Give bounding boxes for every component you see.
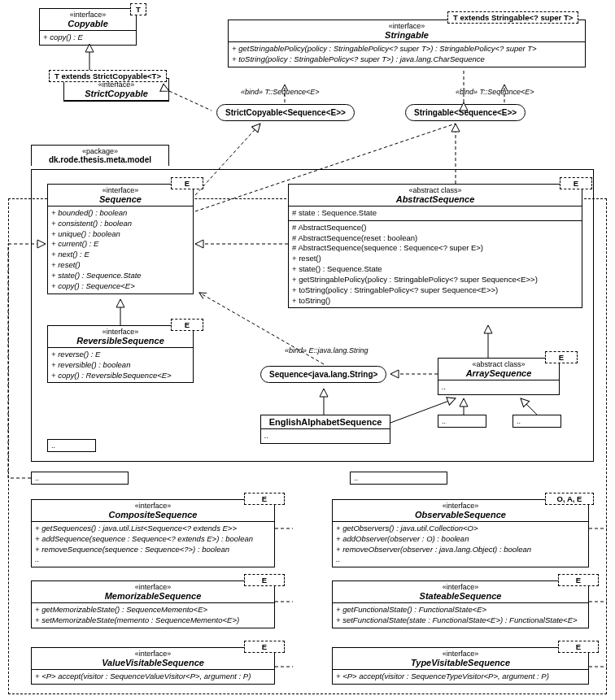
arrayseq-dots: ..: [442, 382, 556, 393]
compositesequence-class: «interface» CompositeSequence + getSeque…: [31, 499, 275, 567]
state-op0: + getFunctionalState() : FunctionalState…: [336, 605, 585, 615]
abs-op0: # AbstractSequence(): [292, 223, 578, 233]
arrayseq-name: ArraySequence: [442, 368, 556, 378]
revseq-name: ReversibleSequence: [51, 336, 190, 346]
obs-name: ObservableSequence: [336, 510, 585, 520]
rev-op2: + copy() : ReversibleSequence<E>: [51, 371, 190, 381]
bind-label2: «bind» T::Seqeunce<E>: [456, 88, 534, 96]
ellipsis-3: ..: [31, 472, 129, 485]
bind-sequence-string: Sequence<java.lang.String>: [260, 366, 386, 383]
comp-param: E: [244, 493, 285, 505]
comp-name: CompositeSequence: [35, 510, 271, 520]
sequence-name: Sequence: [51, 194, 190, 204]
reversiblesequence-class: «interface» ReversibleSequence + reverse…: [47, 325, 194, 383]
revseq-param: E: [171, 319, 203, 331]
svg-line-1: [169, 91, 212, 111]
copyable-class: «interface» Copyable + copy() : E: [39, 8, 137, 46]
bind-strictcopyable: StrictCopyable<Sequence<E>>: [216, 104, 355, 121]
obs-op1: + addObserver(observer : O) : boolean: [336, 534, 585, 545]
stringable-op0: + getStringablePolicy(policy : Stringabl…: [232, 44, 582, 54]
mem-op0: + getMemorizableState() : SequenceMement…: [35, 605, 271, 615]
package-tab: «package» dk.rode.thesis.meta.model: [31, 145, 169, 166]
type-op0: + <P> accept(visitor : SequenceTypeVisit…: [336, 672, 585, 682]
seq-op0: + bounded() : boolean: [51, 208, 190, 219]
type-stereo: «interface»: [336, 650, 585, 658]
abs-op4: + state() : Sequence.State: [292, 264, 578, 275]
state-stereo: «interface»: [336, 583, 585, 591]
package-stereo: «package»: [37, 147, 164, 155]
bind-label1: «bind» T::Sequence<E>: [241, 88, 319, 96]
seq-op5: + reset(): [51, 260, 190, 271]
copyable-name: Copyable: [43, 19, 133, 28]
seq-op2: + unique() : boolean: [51, 229, 190, 240]
abstractsequence-class: «abstract class» AbstractSequence # stat…: [288, 184, 582, 308]
copyable-stereo: «interface»: [43, 11, 133, 19]
ellipsis-2: ..: [438, 415, 486, 428]
comp-stereo: «interface»: [35, 502, 271, 510]
seq-op7: + copy() : Sequence<E>: [51, 281, 190, 292]
seq-op3: + current() : E: [51, 239, 190, 250]
sequence-stereo: «interface»: [51, 186, 190, 194]
seq-op4: + next() : E: [51, 250, 190, 260]
comp-op1: + addSequence(sequence : Sequence<? exte…: [35, 534, 271, 545]
val-stereo: «interface»: [35, 650, 271, 658]
strictcopyable-name: StrictCopyable: [68, 89, 165, 98]
english-name: EnglishAlphabetSequence: [264, 417, 386, 427]
obs-param: O, A, E: [545, 493, 594, 505]
type-param: E: [558, 641, 599, 653]
mem-param: E: [244, 574, 285, 586]
abs-op7: + toString(): [292, 296, 578, 307]
abstractsequence-name: AbstractSequence: [292, 194, 578, 204]
rev-op0: + reverse() : E: [51, 350, 190, 360]
abs-op5: + getStringablePolicy(policy : Stringabl…: [292, 275, 578, 285]
stringable-param: T extends Stringable<? super T>: [447, 11, 578, 24]
sequence-class: «interface» Sequence + bounded() : boole…: [47, 184, 194, 294]
abstractsequence-stereo: «abstract class»: [292, 186, 578, 194]
typevisitablesequence-class: «interface» TypeVisitableSequence + <P> …: [332, 647, 589, 685]
state-param: E: [558, 574, 599, 586]
arrayseq-param: E: [545, 351, 578, 363]
obs-op0: + getObservers() : java.util.Collection<…: [336, 524, 585, 534]
abs-op2: # AbstractSequence(sequence : Sequence<?…: [292, 243, 578, 254]
abs-op6: + toString(policy : StringablePolicy<? s…: [292, 285, 578, 296]
stringable-name: Stringable: [232, 30, 582, 40]
comp-op2: + removeSequence(sequence : Sequence<?>)…: [35, 545, 271, 555]
valuevisitablesequence-class: «interface» ValueVisitableSequence + <P>…: [31, 647, 275, 685]
seq-op1: + consistent() : boolean: [51, 219, 190, 229]
comp-op3: ..: [35, 554, 271, 565]
arraysequence-class: «abstract class» ArraySequence ..: [438, 358, 560, 395]
mem-op1: + setMemorizableState(memento : Sequence…: [35, 615, 271, 626]
state-name: StateableSequence: [336, 591, 585, 601]
abstractsequence-param: E: [560, 177, 592, 189]
abs-op3: + reset(): [292, 254, 578, 264]
observablesequence-class: «interface» ObservableSequence + getObse…: [332, 499, 589, 567]
sequence-param: E: [171, 177, 203, 189]
state-op1: + setFunctionalState(state : FunctionalS…: [336, 615, 585, 626]
ellipsis-1: ..: [47, 439, 96, 452]
rev-op1: + reversible() : boolean: [51, 360, 190, 371]
copyable-op: + copy() : E: [43, 33, 133, 43]
package-name: dk.rode.thesis.meta.model: [37, 155, 164, 164]
english-dots: ..: [264, 431, 386, 441]
mem-name: MemorizableSequence: [35, 591, 271, 601]
val-param: E: [244, 641, 285, 653]
abs-op1: # AbstractSequence(reset : boolean): [292, 233, 578, 244]
stringable-class: «interface» Stringable + getStringablePo…: [228, 20, 586, 67]
seq-op6: + state() : Sequence.State: [51, 271, 190, 281]
arrayseq-stereo: «abstract class»: [442, 360, 556, 368]
stringable-op1: + toString(policy : StringablePolicy<? s…: [232, 54, 582, 65]
mem-stereo: «interface»: [35, 583, 271, 591]
ellipsis-2b: ..: [512, 415, 561, 428]
english-class: EnglishAlphabetSequence ..: [260, 415, 390, 444]
bind-label3: «bind» E::java.lang.String: [285, 346, 369, 354]
type-name: TypeVisitableSequence: [336, 658, 585, 667]
val-name: ValueVisitableSequence: [35, 658, 271, 667]
obs-op2: + removeObserver(observer : java.lang.Ob…: [336, 545, 585, 555]
abs-attr0: # state : Sequence.State: [292, 208, 578, 219]
val-op0: + <P> accept(visitor : SequenceValueVisi…: [35, 672, 271, 682]
obs-op3: ..: [336, 554, 585, 565]
memorizablesequence-class: «interface» MemorizableSequence + getMem…: [31, 580, 275, 628]
copyable-param: T: [130, 3, 146, 15]
strictcopyable-param: T extends StrictCopyable<T>: [49, 70, 167, 82]
comp-op0: + getSequences() : java.util.List<Sequen…: [35, 524, 271, 534]
